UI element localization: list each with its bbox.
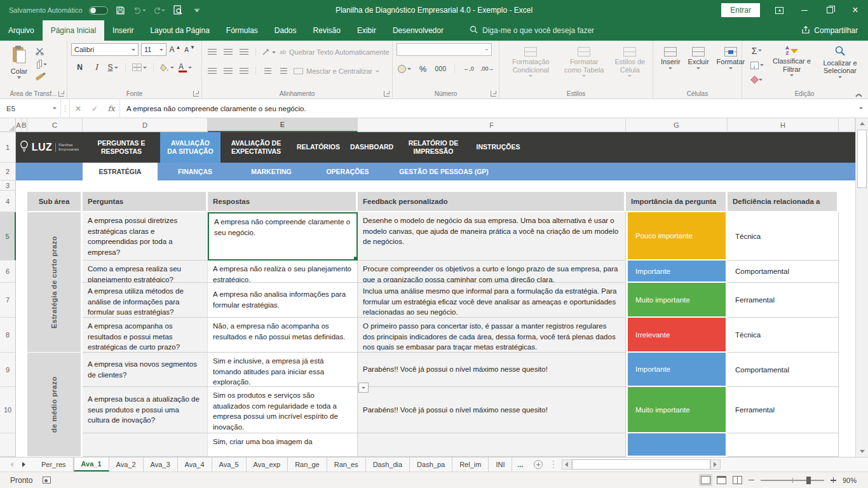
align-bottom-icon[interactable] [238,46,250,58]
collapse-ribbon-icon[interactable] [855,92,862,96]
minimize-button[interactable] [792,0,817,20]
sheet-tab-dash-dia[interactable]: Dash_dia [366,458,410,471]
save-icon[interactable] [114,4,127,17]
tab-arquivo[interactable]: Arquivo [0,20,43,41]
cell-g10-importance[interactable]: Muito importante [626,387,728,433]
print-preview-icon[interactable] [172,4,184,17]
italic-button[interactable]: I [90,62,102,74]
sheet-nav-left-icon[interactable] [10,461,13,468]
restore-button[interactable] [817,0,843,20]
autosave-toggle[interactable] [89,6,108,15]
bold-button[interactable]: N [74,62,86,74]
cell-e7-answer[interactable]: A empresa não analisa informações para f… [208,283,358,318]
format-as-table-button[interactable]: Formatar como Tabela [559,46,610,78]
horizontal-scroll-thumb[interactable] [572,459,710,470]
redo-icon[interactable] [153,4,165,17]
sheet-tab-ava-exp[interactable]: Ava_exp [247,458,288,471]
cell-f6-feedback[interactable]: Procure compreender os objetivos a curto… [358,261,626,283]
cell-f7-feedback[interactable]: Inclua uma análise mesmo que informal pa… [358,283,626,318]
name-box[interactable]: E5 [0,99,61,118]
cell-e9-answer[interactable]: Sim e inclusive, a empresa já está toman… [208,353,358,387]
tab-formulas[interactable]: Fórmulas [218,20,266,41]
expand-formula-bar-icon[interactable] [854,99,868,118]
cell-h7-deficiency[interactable]: Ferramental [728,283,839,318]
undo-icon[interactable] [133,4,146,17]
cell-f10-feedback[interactable]: Parabéns!! Você já possui o nível máximo… [358,387,626,433]
normal-view-icon[interactable] [701,476,710,484]
cell-h5-deficiency[interactable]: Técnica [728,212,839,261]
cell-e8-answer[interactable]: Não, a empresa não acompanha os resultad… [208,318,358,353]
align-left-icon[interactable] [206,65,218,78]
vertical-scrollbar[interactable] [855,118,868,457]
scroll-down-icon[interactable] [856,446,868,457]
nav-tab-dashboard[interactable]: DASHBOARD [345,132,398,163]
tab-inserir[interactable]: Inserir [104,20,142,41]
autosum-icon[interactable]: Σ [746,44,768,57]
cell-d5-question[interactable]: A empresa possui diretrizes estratégicas… [83,212,208,261]
zoom-out-icon[interactable] [749,480,754,481]
sheet-tabs-overflow[interactable]: ... [512,458,528,471]
cell-g11-importance-partial[interactable] [626,433,728,457]
cell-e5-answer-selected[interactable]: A empresa não compreende claramente o se… [208,212,358,261]
scroll-up-icon[interactable] [856,118,868,129]
tab-dados[interactable]: Dados [266,20,305,41]
decrease-decimal-icon[interactable]: ,00→ [480,63,494,75]
font-color-icon[interactable]: A [179,62,192,74]
column-header-e[interactable]: E [208,118,358,132]
sheet-tab-ran-ge[interactable]: Ran_ge [288,458,327,471]
sheet-nav-right-icon[interactable] [22,461,25,468]
page-break-view-icon[interactable] [733,476,742,484]
vertical-scroll-thumb[interactable] [857,130,867,188]
sheet-tab-dash-pa[interactable]: Dash_pa [410,458,452,471]
fill-color-icon[interactable] [160,62,174,74]
clipboard-dialog-launcher[interactable] [58,91,64,97]
subnav-tab-operacoes[interactable]: OPERAÇÕES [310,163,385,180]
formula-input[interactable]: A empresa não compreende claramente o se… [119,99,854,118]
orientation-icon[interactable] [262,46,276,58]
underline-button[interactable]: S [107,62,119,74]
cell-f9-feedback[interactable]: Parabéns!! Você já possui o nível máximo… [358,353,626,387]
zoom-level[interactable]: 90% [843,477,857,484]
row-header-3[interactable]: 3 [0,180,16,191]
sheet-tab-ava-2[interactable]: Ava_2 [109,458,144,471]
column-header-h[interactable]: H [728,118,839,132]
subnav-tab-estrategia[interactable]: ESTRATÉGIA [83,163,158,180]
cell-g6-importance[interactable]: Importante [626,261,728,283]
cell-e6-answer[interactable]: A empresa não realiza o seu planejamento… [208,261,358,283]
cell-e10-answer[interactable]: Sim os produtos e serviços são atualizad… [208,387,358,433]
clear-icon[interactable] [746,74,768,86]
tab-exibir[interactable]: Exibir [349,20,384,41]
horizontal-scrollbar[interactable] [562,459,721,470]
comma-style-icon[interactable]: 000 [435,63,447,75]
column-header-g[interactable]: G [626,118,728,132]
row-header-10[interactable]: 10 [0,387,16,433]
sheet-tab-per-res[interactable]: Per_res [34,458,74,471]
accounting-format-icon[interactable] [398,63,411,75]
cell-d10-question[interactable]: A empresa busca a atualização de seus pr… [83,387,208,433]
row-header-2[interactable]: 2 [0,163,16,180]
sheet-tab-ran-es[interactable]: Ran_es [327,458,366,471]
row-header-8[interactable]: 8 [0,318,16,353]
tab-revisao[interactable]: Revisão [305,20,349,41]
customize-qat-icon[interactable] [191,4,203,17]
cell-h6-deficiency[interactable]: Comportamental [728,261,839,283]
percent-style-icon[interactable]: % [417,63,429,75]
insert-cells-button[interactable]: Inserir [657,46,684,71]
cell-g9-importance[interactable]: Importante [626,353,728,387]
zoom-slider-thumb[interactable] [806,477,811,484]
cell-h10-deficiency[interactable]: Ferramental [728,387,839,433]
tab-layout-da-pagina[interactable]: Layout da Página [142,20,217,41]
cell-f8-feedback[interactable]: O primeiro passo para concertar isto, é … [358,318,626,353]
sign-in-button[interactable]: Entrar [721,3,760,17]
data-validation-dropdown[interactable] [358,383,369,393]
cell-f5-feedback[interactable]: Desenhe o modelo de negócio da sua empre… [358,212,626,261]
fill-icon[interactable]: ↓ [746,59,768,71]
conditional-formatting-button[interactable]: Formatação Condicional [503,46,559,78]
zoom-in-icon[interactable] [831,477,836,483]
font-name-select[interactable]: Calibri [71,43,139,56]
column-header-c[interactable]: C [27,118,83,132]
share-button[interactable]: Compartilhar [801,20,868,41]
grow-font-button[interactable]: A▲ [169,44,181,56]
sheet-tab-ava-1[interactable]: Ava_1 [74,458,109,471]
row-header-5[interactable]: 5 [0,212,16,261]
